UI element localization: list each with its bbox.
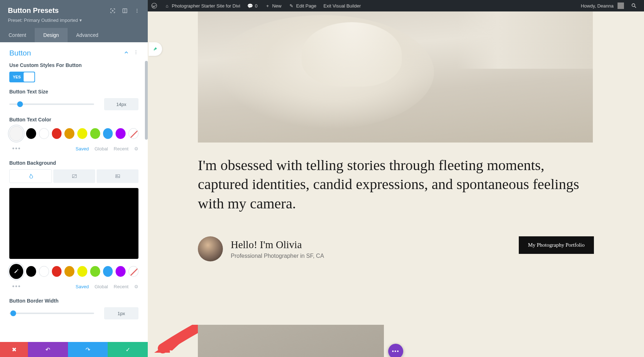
portfolio-button[interactable]: My Photography Portfolio (519, 236, 594, 254)
section-menu-icon[interactable] (133, 50, 138, 56)
swatch-current-textcolor[interactable] (9, 126, 23, 141)
toggle-custom-styles[interactable]: YES (9, 72, 35, 82)
swatch-bg-more[interactable]: ••• (9, 282, 24, 291)
swatch-blue[interactable] (103, 128, 113, 139)
swatch-bg-tab-global[interactable]: Global (94, 284, 108, 289)
settings-tabs: Content Design Advanced (0, 28, 148, 42)
swatch-bg-white[interactable] (39, 266, 49, 277)
search-icon (631, 3, 637, 9)
more-icon[interactable] (134, 8, 140, 14)
svg-rect-14 (116, 175, 119, 178)
swatch-bg-yellow[interactable] (77, 266, 87, 277)
section-title-button[interactable]: Button (9, 49, 123, 57)
howdy-label: Howdy, Deanna (581, 3, 614, 9)
hero-text: I'm obsessed with telling stories throug… (198, 156, 584, 213)
sidebar-header: Button Presets Preset: Primary Outlined … (0, 0, 148, 28)
bg-type-image[interactable] (97, 169, 138, 183)
focus-icon[interactable] (110, 8, 116, 14)
swatch-yellow[interactable] (77, 128, 87, 139)
redo-icon: ↷ (86, 346, 90, 353)
svg-point-11 (136, 53, 136, 54)
swatch-bg-red[interactable] (52, 266, 62, 277)
swatch-tab-saved[interactable]: Saved (75, 146, 89, 151)
swatch-white[interactable] (39, 128, 49, 139)
swatch-more[interactable]: ••• (9, 144, 24, 154)
swatch-bg-tab-saved[interactable]: Saved (75, 284, 89, 289)
edit-page-link[interactable]: ✎Edit Page (285, 0, 320, 11)
slider-text-size[interactable] (9, 103, 94, 105)
wp-logo-menu[interactable] (148, 0, 161, 11)
user-menu[interactable]: Howdy, Deanna (577, 0, 628, 11)
swatch-bg-transparent[interactable] (128, 266, 138, 277)
sidebar-footer: ✖ ↶ ↷ ✓ (0, 342, 148, 357)
swatch-eyedropper[interactable] (9, 264, 23, 279)
swatch-orange[interactable] (64, 128, 74, 139)
swatch-bg-purple[interactable] (116, 266, 126, 277)
columns-icon[interactable] (122, 8, 128, 14)
svg-point-15 (116, 175, 117, 176)
swatch-purple[interactable] (116, 128, 126, 139)
wordpress-icon (151, 3, 157, 9)
preset-dropdown[interactable]: Preset: Primary Outlined imported ▾ (8, 18, 140, 23)
panel-body: Button Use Custom Styles For Button YES … (0, 42, 148, 342)
comments-menu[interactable]: 💬0 (244, 0, 261, 11)
tab-design[interactable]: Design (35, 28, 68, 42)
background-preview[interactable] (9, 188, 138, 259)
label-custom-styles: Use Custom Styles For Button (9, 62, 138, 68)
svg-point-8 (137, 12, 137, 13)
border-width-value[interactable]: 1px (104, 307, 138, 319)
exit-vb-link[interactable]: Exit Visual Builder (320, 0, 365, 11)
close-icon: ✖ (12, 346, 16, 353)
swatch-bg-orange[interactable] (64, 266, 74, 277)
exit-vb-label: Exit Visual Builder (323, 3, 361, 9)
swatch-settings-icon[interactable]: ⚙ (134, 146, 138, 151)
swatch-bg-tab-recent[interactable]: Recent (114, 284, 128, 289)
slider-border-width[interactable] (9, 313, 94, 314)
svg-line-2 (635, 6, 636, 8)
check-icon: ✓ (126, 346, 130, 353)
tab-content[interactable]: Content (0, 28, 35, 42)
swatch-tab-recent[interactable]: Recent (114, 146, 128, 151)
bg-type-gradient[interactable] (53, 169, 95, 183)
redo-button[interactable]: ↷ (68, 342, 108, 357)
author-greeting: Hello! I'm Olivia (231, 239, 324, 251)
undo-button[interactable]: ↶ (28, 342, 68, 357)
label-background: Button Background (9, 160, 138, 166)
bg-color-swatches (9, 264, 138, 279)
swatch-bg-black[interactable] (26, 266, 36, 277)
section-collapse-toggle[interactable] (123, 50, 130, 56)
text-size-value[interactable]: 14px (104, 98, 138, 110)
svg-point-3 (112, 10, 113, 11)
comment-icon: 💬 (247, 3, 253, 9)
label-text-size: Button Text Size (9, 89, 138, 95)
swatch-lime[interactable] (90, 128, 100, 139)
page-preview: I'm obsessed with telling stories throug… (148, 11, 644, 357)
swatch-red[interactable] (52, 128, 62, 139)
home-icon: ⌂ (164, 3, 170, 9)
tab-advanced[interactable]: Advanced (68, 28, 107, 42)
bg-type-color[interactable] (9, 169, 52, 183)
module-fab[interactable]: ••• (388, 344, 403, 357)
svg-point-9 (136, 50, 136, 51)
search-toggle[interactable] (628, 0, 640, 11)
author-avatar (198, 236, 223, 261)
new-menu[interactable]: +New (261, 0, 285, 11)
panel-expand-tab[interactable] (148, 42, 162, 56)
edit-page-label: Edit Page (296, 3, 316, 9)
wp-admin-bar: ⌂Photographer Starter Site for Divi 💬0 +… (148, 0, 644, 11)
panel-scrollbar[interactable] (145, 61, 148, 140)
slider-border-thumb[interactable] (10, 310, 16, 316)
ellipsis-icon: ••• (392, 348, 400, 354)
slider-thumb[interactable] (17, 101, 23, 107)
author-subtitle: Professional Photographer in SF, CA (231, 253, 324, 259)
swatch-bg-lime[interactable] (90, 266, 100, 277)
save-button[interactable]: ✓ (108, 342, 148, 357)
swatch-tab-global[interactable]: Global (94, 146, 108, 151)
swatch-bg-blue[interactable] (103, 266, 113, 277)
swatch-transparent[interactable] (128, 128, 138, 139)
site-name-menu[interactable]: ⌂Photographer Starter Site for Divi (161, 0, 244, 11)
swatch-bg-settings-icon[interactable]: ⚙ (134, 284, 138, 289)
swatch-black[interactable] (26, 128, 36, 139)
svg-point-7 (137, 10, 137, 11)
cancel-button[interactable]: ✖ (0, 342, 28, 357)
